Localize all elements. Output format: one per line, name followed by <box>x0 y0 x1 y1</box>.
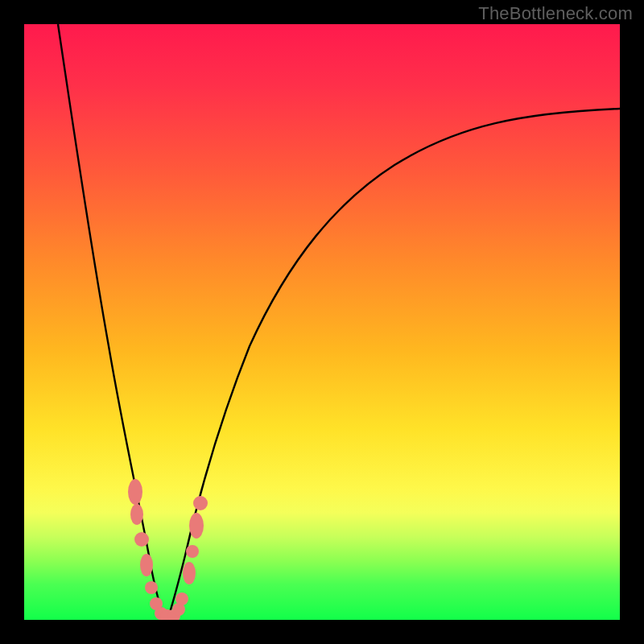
curve-right-branch <box>167 109 620 620</box>
svg-point-11 <box>183 562 196 584</box>
svg-point-13 <box>189 513 204 539</box>
plot-area <box>24 24 620 620</box>
svg-point-14 <box>193 496 208 510</box>
svg-point-10 <box>175 592 188 605</box>
bottleneck-curve-svg <box>24 24 620 620</box>
svg-point-1 <box>130 504 143 525</box>
svg-point-0 <box>128 479 142 505</box>
curve-left-branch <box>58 24 166 620</box>
svg-point-12 <box>186 545 199 558</box>
gpu-markers <box>128 479 208 620</box>
svg-point-2 <box>134 532 149 547</box>
svg-point-4 <box>145 581 158 594</box>
attribution-text: TheBottleneck.com <box>478 3 633 24</box>
svg-point-3 <box>140 554 153 576</box>
chart-frame: TheBottleneck.com <box>0 0 644 644</box>
